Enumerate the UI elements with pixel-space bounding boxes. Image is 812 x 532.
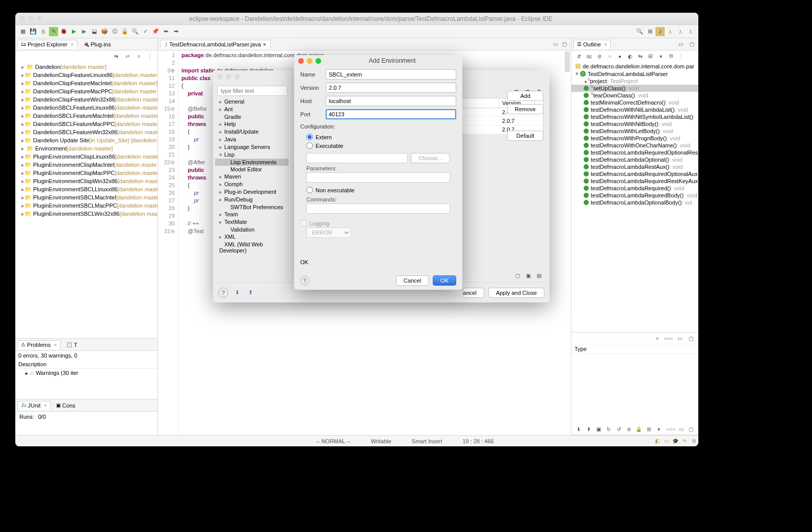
- pin-icon[interactable]: 📌: [151, 27, 160, 36]
- save-icon[interactable]: 💾: [29, 27, 38, 36]
- project-tree[interactable]: ▸📁Dandelion [dandelion master]▸📁Dandelio…: [15, 62, 158, 338]
- commands-input[interactable]: [306, 204, 450, 214]
- import-icon[interactable]: ⬇: [232, 288, 242, 297]
- project-item[interactable]: ▸📁PluginEnvironmentClispWin32x86 [dandel…: [15, 177, 158, 185]
- extern-radio[interactable]: [306, 134, 313, 140]
- new-icon[interactable]: ▦: [18, 27, 28, 36]
- prefs-tree-item[interactable]: SWTBot Preferences: [215, 204, 289, 211]
- prefs-zoom-icon[interactable]: [234, 74, 240, 80]
- help-icon[interactable]: ?: [218, 288, 228, 298]
- outline-method[interactable]: testDefmacroLambdaRequired() : void: [571, 185, 698, 192]
- dlg-cancel-button[interactable]: Cancel: [396, 275, 429, 286]
- outline-method[interactable]: testDefmacroLambdaRequiredOptionalAux: [571, 170, 698, 178]
- open-perspective-icon[interactable]: ⊞: [645, 27, 654, 36]
- back-nav-icon[interactable]: ⬅: [161, 27, 170, 36]
- new-package-icon[interactable]: 📦: [100, 27, 109, 36]
- minimize-outline-icon[interactable]: ▭: [676, 40, 685, 49]
- j-min-icon[interactable]: ▭: [677, 425, 686, 434]
- port-input[interactable]: [326, 109, 456, 119]
- more1-icon[interactable]: ▾: [656, 52, 665, 61]
- link-editor-icon[interactable]: ⇄: [123, 52, 132, 61]
- prefs-tree-item[interactable]: Gradle: [215, 113, 289, 120]
- outline-method[interactable]: testDefmacroLambdaRequiredRestKeyAux: [571, 178, 698, 185]
- nonexec-radio[interactable]: [306, 187, 313, 193]
- export-icon[interactable]: ⬆: [246, 288, 255, 297]
- outline-method[interactable]: testDefmacroLambdaOptional() : void: [571, 156, 698, 163]
- outline-package[interactable]: de.defmacro.dandelion.internal.core.dom.…: [571, 63, 698, 70]
- status-icon3[interactable]: 🎓: [671, 437, 680, 446]
- outline-method[interactable]: ▲Sproject : TestProject: [571, 78, 698, 85]
- j-show-fail-icon[interactable]: ⊘: [624, 425, 633, 434]
- prefs-tree-item[interactable]: Validation: [215, 226, 289, 233]
- sort-icon[interactable]: ⇵: [574, 52, 584, 61]
- apply-close-button[interactable]: Apply and Close: [488, 288, 544, 298]
- hide-local-icon[interactable]: ◐: [625, 52, 635, 61]
- lambda3-icon[interactable]: λ: [686, 27, 695, 36]
- project-item[interactable]: ▸📁DandelionClispFeatureMacPPC [dandelion…: [15, 87, 158, 95]
- prefs-tree-item[interactable]: ▸TextMate: [215, 218, 289, 226]
- executable-radio[interactable]: [306, 142, 313, 149]
- project-item[interactable]: ▸📁DandelionClispFeatureWin32x86 [dandeli…: [15, 95, 158, 104]
- minimize-view-icon[interactable]: ▭: [551, 40, 560, 49]
- filter-input[interactable]: [217, 86, 287, 96]
- fwd-nav-icon[interactable]: ➡: [171, 27, 180, 36]
- project-item[interactable]: ▸📁Environment [dandelion master]: [15, 144, 158, 153]
- outline-method[interactable]: testDefmacroWithNilSymbolLambdaList(): [571, 113, 698, 120]
- project-item[interactable]: ▸📁PluginEnvironmentSBCLMacPPC [dandelion…: [15, 201, 158, 210]
- outline-tab[interactable]: ☰ Outline ×: [573, 40, 611, 49]
- plugins-tab[interactable]: 🔌 Plug-ins: [80, 40, 115, 49]
- outline-method[interactable]: testDefmacroWithNilBody() : void: [571, 120, 698, 128]
- project-item[interactable]: ▸📁PluginEnvironmentClispMacPPC [dandelio…: [15, 169, 158, 177]
- logging-checkbox[interactable]: [300, 220, 307, 226]
- filter-icon[interactable]: ▿: [134, 52, 143, 61]
- project-item[interactable]: ▸📁PluginEnvironmentSBCLWin32x86 [dandeli…: [15, 210, 158, 218]
- close-editor-icon[interactable]: ×: [263, 41, 266, 47]
- j-rerun-fail-icon[interactable]: ↺: [615, 425, 623, 434]
- outline-method[interactable]: testDefmacroWithOneCharName() : void: [571, 142, 698, 149]
- outline-method[interactable]: testDefmacroWithPrognBody() : void: [571, 135, 698, 142]
- project-item[interactable]: ▸📁PluginEnvironmentClispMacIntel [dandel…: [15, 161, 158, 169]
- view-menu-icon[interactable]: ⋮: [145, 52, 154, 61]
- outline-method[interactable]: testDefmacroLambdaRequiredOptionalRes: [571, 149, 698, 156]
- corner-icon3[interactable]: ▤: [534, 271, 543, 280]
- expand-icon[interactable]: ▸: [21, 64, 27, 70]
- loglevel-select[interactable]: ERROR: [306, 227, 351, 238]
- problems-tab[interactable]: ⚠ Problems ×: [17, 340, 61, 349]
- wand-icon[interactable]: ✎: [49, 27, 58, 36]
- collapse-all-icon[interactable]: ⇆: [112, 52, 121, 61]
- outline-method[interactable]: testMinimalCorrectDefmacro() : void: [571, 99, 698, 106]
- prefs-tree-item[interactable]: ▸Help: [215, 120, 289, 128]
- hide-nonpublic-icon[interactable]: ●: [615, 52, 624, 61]
- minimize-icon[interactable]: [28, 16, 34, 21]
- scrollbar-thumb[interactable]: [565, 52, 570, 72]
- search-icon[interactable]: 🔍: [635, 27, 644, 36]
- project-item[interactable]: ▸📁PluginEnvironmentSBCLLinuxx86 [dandeli…: [15, 185, 158, 193]
- status-icon4[interactable]: ✎: [680, 437, 689, 446]
- expand-icon[interactable]: ▸: [21, 145, 27, 152]
- outline-method[interactable]: testDefmacroWithLetBody() : void: [571, 128, 698, 135]
- executable-path-input[interactable]: [306, 153, 408, 163]
- link-outline-icon[interactable]: ⇆: [636, 52, 645, 61]
- close-icon[interactable]: [19, 16, 25, 21]
- status-icon2[interactable]: ▭: [662, 437, 671, 446]
- add-button[interactable]: Add: [507, 91, 543, 101]
- default-button[interactable]: Default: [507, 131, 543, 141]
- prefs-tree-item[interactable]: ▸Maven: [215, 173, 289, 181]
- close-outline-icon[interactable]: ×: [604, 41, 607, 47]
- j-menu-icon[interactable]: ○○○: [666, 425, 675, 434]
- task-icon[interactable]: ✓: [141, 27, 150, 36]
- prefs-close-icon[interactable]: [217, 74, 223, 80]
- prefs-tree-item[interactable]: ▸Language Servers: [215, 143, 289, 151]
- prefs-tree-item[interactable]: ▸Team: [215, 211, 289, 218]
- host-input[interactable]: [326, 96, 456, 106]
- name-input[interactable]: [326, 69, 456, 80]
- j-stop-icon[interactable]: ▣: [594, 425, 603, 434]
- status-icon1[interactable]: ◧: [652, 437, 662, 446]
- outline-method[interactable]: testDefmacroLambdaRestAux() : void: [571, 163, 698, 170]
- outline-body[interactable]: de.defmacro.dandelion.internal.core.dom.…: [571, 62, 698, 332]
- search-icon2[interactable]: 🔍: [130, 27, 140, 36]
- version-input[interactable]: [326, 83, 456, 93]
- choose-button[interactable]: Choose...: [411, 153, 450, 163]
- prefs-cancel-button[interactable]: ancel: [463, 288, 484, 298]
- prefs-tree[interactable]: ▸General▸AntGradle▸Help▸Install/Update▸J…: [213, 83, 289, 282]
